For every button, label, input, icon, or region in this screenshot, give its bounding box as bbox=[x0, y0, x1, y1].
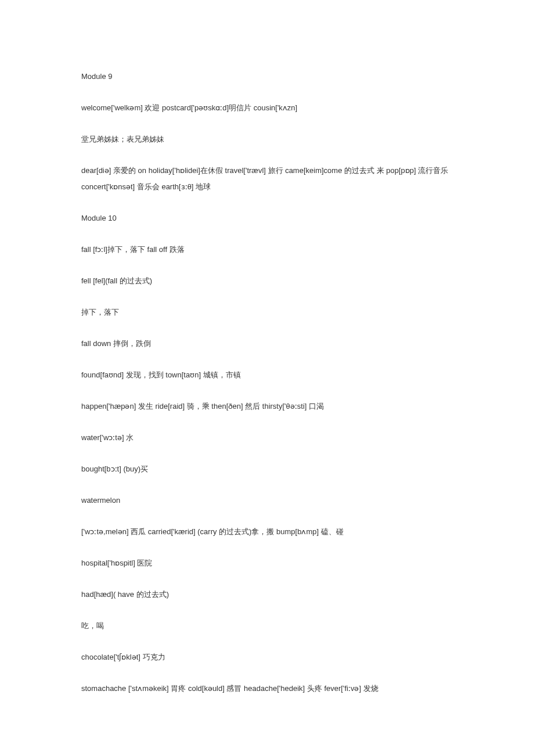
vocab-line: fall down 摔倒，跌倒 bbox=[81, 336, 453, 352]
vocab-line: had[hæd]( have 的过去式) bbox=[81, 586, 453, 603]
document-page: Module 9 welcome['welkəm] 欢迎 postcard['p… bbox=[0, 0, 534, 756]
vocab-line: 掉下，落下 bbox=[81, 304, 453, 321]
vocab-line: found[faʊnd] 发现，找到 town[taʊn] 城镇，市镇 bbox=[81, 367, 453, 383]
vocab-line: fell [fel](fall 的过去式) bbox=[81, 273, 453, 289]
vocab-line: dear[diə] 亲爱的 on holiday['hɒlidei]在休假 tr… bbox=[81, 163, 453, 195]
module-heading: Module 9 bbox=[81, 69, 453, 85]
vocab-line: chocolate['tʃɒklət] 巧克力 bbox=[81, 649, 453, 665]
vocab-line: ['wɔːtə,melən] 西瓜 carried['kærid] (carry… bbox=[81, 524, 453, 540]
module-heading: Module 10 bbox=[81, 210, 453, 226]
vocab-line: fall [fɔːl]掉下，落下 fall off 跌落 bbox=[81, 242, 453, 258]
vocab-line: watermelon bbox=[81, 492, 453, 509]
vocab-line: welcome['welkəm] 欢迎 postcard['pəʊskɑːd]明… bbox=[81, 100, 453, 116]
vocab-line: water['wɔːtə] 水 bbox=[81, 430, 453, 446]
vocab-line: 堂兄弟姊妹；表兄弟姊妹 bbox=[81, 131, 453, 147]
vocab-line: hospital['hɒspitl] 医院 bbox=[81, 555, 453, 571]
vocab-line: stomachache ['stʌməkeik] 胃疼 cold[kəuld] … bbox=[81, 681, 453, 697]
vocab-line: 吃，喝 bbox=[81, 618, 453, 634]
vocab-line: happen['hæpən] 发生 ride[raid] 骑，乘 then[ðe… bbox=[81, 398, 453, 415]
vocab-line: bought[bɔːt] (buy)买 bbox=[81, 461, 453, 477]
